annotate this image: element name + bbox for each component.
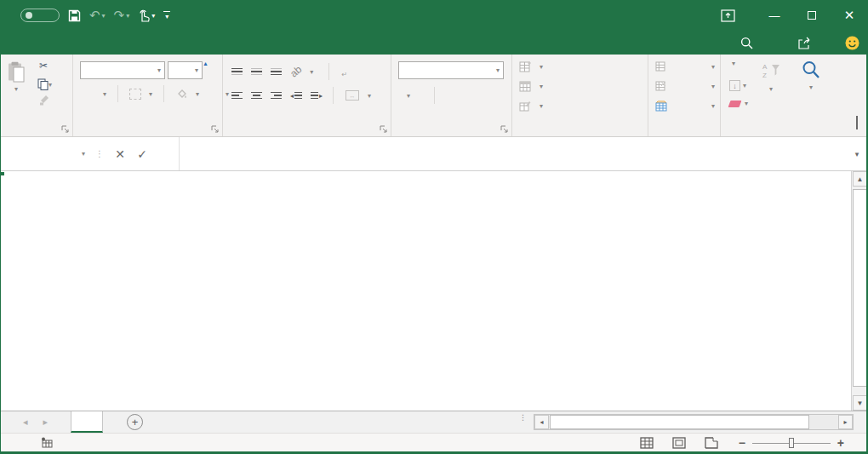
borders-button[interactable] (129, 89, 141, 100)
wrap-text-button[interactable]: ↵ (341, 65, 347, 78)
find-select-button[interactable]: ▾ (801, 60, 821, 93)
font-dialog-launcher[interactable] (211, 125, 220, 134)
cut-button[interactable]: ✂ (39, 60, 48, 72)
vertical-scrollbar[interactable]: ▲ ▼ (851, 171, 868, 411)
align-right-button[interactable] (271, 92, 282, 100)
format-painter-button[interactable] (39, 95, 50, 106)
scroll-up-button[interactable]: ▲ (853, 171, 867, 187)
minimize-button[interactable]: — (756, 0, 793, 31)
conditional-formatting-button[interactable]: ▾ (519, 61, 543, 72)
autosum-button[interactable]: ▾ (729, 60, 735, 67)
customize-qat-button[interactable]: ▾ (163, 11, 170, 20)
sort-filter-button[interactable]: AZ ▾ (762, 61, 780, 95)
insert-cells-icon (655, 61, 666, 72)
save-button[interactable] (68, 9, 81, 22)
clear-dropdown-icon[interactable]: ▾ (745, 100, 748, 107)
format-cells-dropdown-icon[interactable]: ▾ (711, 102, 715, 110)
ribbon-display-options-button[interactable] (721, 9, 735, 22)
confirm-entry-button[interactable]: ✓ (131, 147, 153, 161)
tab-row-right (740, 31, 868, 55)
merge-center-dropdown-icon[interactable]: ▾ (368, 92, 371, 100)
sheet-nav-prev-icon[interactable]: ◂ (15, 411, 36, 433)
cancel-entry-button[interactable]: ✕ (109, 147, 131, 161)
touch-mode-dropdown-icon[interactable]: ▾ (151, 12, 155, 20)
font-size-combo[interactable]: ▾ (168, 61, 203, 79)
macro-record-button[interactable] (41, 437, 53, 448)
orientation-button[interactable]: ab (288, 63, 304, 79)
undo-dropdown-icon[interactable]: ▾ (102, 12, 106, 20)
align-top-button[interactable] (231, 68, 243, 76)
align-center-button[interactable] (251, 92, 262, 100)
align-middle-button[interactable] (251, 68, 262, 76)
formula-input[interactable] (179, 137, 846, 170)
expand-formula-bar-icon[interactable]: ▾ (846, 150, 868, 158)
zoom-out-button[interactable]: − (739, 436, 745, 450)
autosave-toggle[interactable] (20, 9, 60, 22)
increase-indent-button[interactable]: ▸ (311, 92, 323, 100)
normal-view-button[interactable] (640, 437, 654, 449)
grow-font-button[interactable]: ▲ (203, 60, 208, 72)
close-button[interactable]: ✕ (831, 0, 868, 31)
delete-cells-button[interactable]: ▾ (655, 81, 715, 91)
number-format-combo[interactable]: ▾ (398, 61, 504, 79)
format-cells-button[interactable]: ▾ (655, 101, 715, 112)
cell-styles-button[interactable]: ▾ (519, 101, 543, 112)
font-color-button[interactable] (207, 93, 218, 95)
share-button[interactable] (797, 37, 816, 49)
new-sheet-button[interactable]: + (127, 414, 143, 430)
scroll-right-button[interactable]: ▸ (838, 415, 853, 429)
number-dialog-launcher[interactable] (500, 125, 509, 134)
conditional-formatting-dropdown-icon: ▾ (540, 63, 543, 71)
conditional-formatting-icon (519, 61, 531, 72)
name-box[interactable]: ▾ (2, 143, 90, 165)
decrease-indent-button[interactable]: ◂ (290, 92, 302, 100)
align-bottom-button[interactable] (271, 68, 282, 76)
format-as-table-button[interactable]: ▾ (519, 81, 543, 92)
sheet-nav-next-icon[interactable]: ▸ (36, 411, 56, 433)
font-name-combo[interactable]: ▾ (80, 61, 165, 79)
scroll-left-button[interactable]: ◂ (534, 415, 549, 429)
underline-dropdown-icon[interactable]: ▾ (103, 90, 106, 98)
autosum-dropdown-icon[interactable]: ▾ (732, 60, 735, 67)
scroll-down-button[interactable]: ▼ (853, 395, 867, 411)
clipboard-dialog-launcher[interactable] (61, 125, 70, 134)
collapse-ribbon-button[interactable] (856, 118, 858, 129)
tell-me-box[interactable] (740, 37, 760, 49)
alignment-dialog-launcher[interactable] (380, 125, 388, 134)
align-left-button[interactable] (231, 92, 243, 100)
page-layout-view-button[interactable] (672, 437, 686, 449)
orientation-dropdown-icon[interactable]: ▾ (310, 68, 313, 76)
horizontal-scroll-thumb[interactable] (550, 415, 809, 429)
redo-dropdown-icon[interactable]: ▾ (126, 12, 129, 20)
svg-text:A: A (762, 63, 768, 71)
currency-dropdown-icon[interactable]: ▾ (407, 92, 410, 100)
zoom-slider-thumb[interactable] (789, 438, 794, 448)
customize-qat-caret: ▾ (165, 13, 168, 20)
page-break-preview-button[interactable] (705, 437, 718, 449)
horizontal-scrollbar[interactable]: ◂ ▸ (534, 414, 854, 430)
insert-cells-button[interactable]: ▾ (655, 61, 715, 72)
fill-color-button[interactable] (175, 89, 188, 100)
tab-scroll-divider[interactable]: ⋮ (519, 416, 527, 420)
zoom-in-button[interactable]: + (837, 436, 844, 450)
borders-dropdown-icon[interactable]: ▾ (149, 90, 152, 98)
ribbon-group-styles: ▾ ▾ ▾ (512, 55, 648, 136)
paste-dropdown-icon[interactable]: ▾ (14, 85, 18, 93)
redo-button[interactable]: ↷▾ (114, 8, 130, 23)
copy-dropdown-icon[interactable]: ▾ (49, 81, 52, 89)
clear-button[interactable]: ▾ (729, 100, 748, 107)
zoom-slider[interactable] (752, 437, 831, 449)
name-box-dropdown-icon[interactable]: ▾ (82, 150, 85, 158)
touch-mouse-mode-button[interactable]: ▾ (138, 9, 155, 22)
copy-button[interactable]: ▾ (37, 78, 52, 90)
paste-button[interactable]: ▾ (7, 61, 26, 93)
fill-color-dropdown-icon[interactable]: ▾ (196, 90, 199, 98)
ribbon-group-alignment: ab ▾ ↵ ◂ ▸ ↔ ▾ (223, 55, 391, 136)
undo-button[interactable]: ↶▾ (89, 8, 106, 23)
maximize-button[interactable] (793, 0, 831, 31)
fill-button[interactable]: ↓ ▾ (729, 80, 746, 91)
sheet-tab-active[interactable] (71, 411, 103, 433)
feedback-smiley-icon[interactable] (845, 36, 859, 50)
merge-center-button[interactable]: ↔ (345, 90, 359, 101)
vertical-scroll-thumb[interactable] (853, 189, 867, 387)
